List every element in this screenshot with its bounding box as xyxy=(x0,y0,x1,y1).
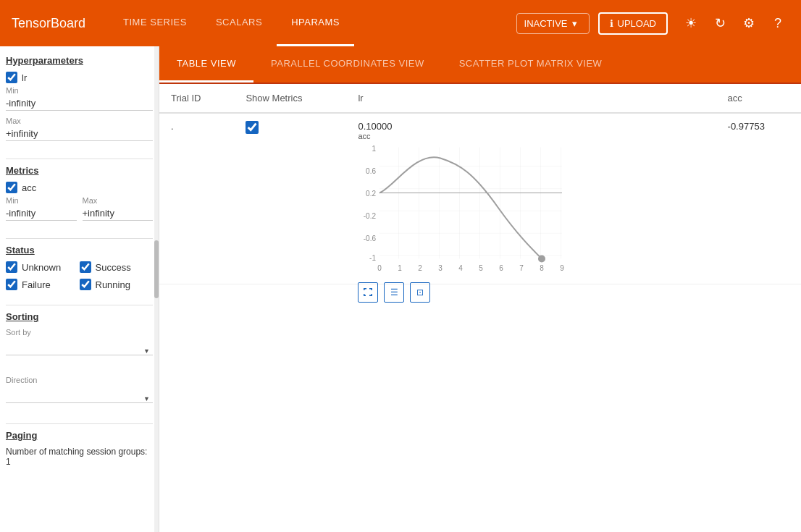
info-icon: ℹ xyxy=(610,18,613,29)
metrics-section: Metrics acc Min Max xyxy=(6,165,153,227)
nav-hparams[interactable]: HPARAMS xyxy=(277,0,354,46)
direction-label: Direction xyxy=(6,376,153,384)
status-unknown-checkbox[interactable] xyxy=(6,261,17,273)
brightness-icon[interactable]: ☀ xyxy=(679,12,703,35)
table-body: . 0.10000 acc xyxy=(159,113,801,284)
svg-text:2: 2 xyxy=(419,264,423,272)
sidebar-scrollbar[interactable] xyxy=(154,46,159,532)
status-running-row: Running xyxy=(80,279,154,290)
hyperparameters-section: Hyperparameters lr Min Max xyxy=(6,55,153,147)
status-success-row: Success xyxy=(80,261,154,273)
sort-by-label: Sort by xyxy=(6,328,153,337)
status-failure-label: Failure xyxy=(22,279,51,290)
tab-scatter-plot[interactable]: SCATTER PLOT MATRIX VIEW xyxy=(442,46,620,83)
tab-parallel-coordinates[interactable]: PARALLEL COORDINATES VIEW xyxy=(253,46,442,83)
svg-text:4: 4 xyxy=(459,264,464,272)
upload-label: UPLOAD xyxy=(618,18,656,29)
main-content: TABLE VIEW PARALLEL COORDINATES VIEW SCA… xyxy=(159,46,801,532)
svg-rect-0 xyxy=(379,148,562,259)
col-show-metrics: Show Metrics xyxy=(234,84,346,113)
chart-container: acc 1 xyxy=(358,132,597,276)
hp-lr-label: lr xyxy=(22,72,27,83)
paging-section: Paging Number of matching session groups… xyxy=(6,430,153,467)
direction-select-wrap xyxy=(6,386,153,412)
svg-text:1: 1 xyxy=(398,264,403,272)
app-header: TensorBoard TIME SERIES SCALARS HPARAMS … xyxy=(0,0,801,46)
metrics-min-input[interactable] xyxy=(6,206,77,221)
show-metrics-checkbox[interactable] xyxy=(246,121,259,134)
hp-min-label: Min xyxy=(6,86,153,95)
status-label: INACTIVE xyxy=(524,18,568,29)
hp-max-label: Max xyxy=(6,117,153,125)
table-row: . 0.10000 acc xyxy=(159,113,801,284)
table-header: Trial ID Show Metrics lr acc xyxy=(159,84,801,113)
svg-text:7: 7 xyxy=(520,264,524,272)
image-icon[interactable]: ⊡ xyxy=(410,282,430,303)
header-actions: INACTIVE ▾ ℹ UPLOAD ☀ ↻ ⚙ ? xyxy=(516,12,789,35)
settings-icon[interactable]: ⚙ xyxy=(737,12,760,35)
svg-text:0.2: 0.2 xyxy=(366,190,377,198)
metrics-title[interactable]: Metrics xyxy=(6,165,153,176)
status-success-label: Success xyxy=(96,262,131,273)
sort-by-select-wrap xyxy=(6,338,153,364)
list-icon[interactable]: ☰ xyxy=(384,282,404,303)
nav-scalars[interactable]: SCALARS xyxy=(201,0,277,46)
status-select[interactable]: INACTIVE ▾ xyxy=(516,13,590,34)
hp-lr-checkbox[interactable] xyxy=(6,72,17,83)
col-trial-id: Trial ID xyxy=(159,84,234,113)
svg-text:0.6: 0.6 xyxy=(366,167,377,175)
svg-text:1: 1 xyxy=(372,145,377,153)
metrics-max-input[interactable] xyxy=(83,206,154,221)
status-unknown-label: Unknown xyxy=(22,262,61,273)
svg-text:-1: -1 xyxy=(370,254,377,262)
svg-text:0: 0 xyxy=(378,264,382,272)
sorting-title[interactable]: Sorting xyxy=(6,311,153,322)
metrics-range: Min Max xyxy=(6,196,153,227)
metrics-acc-checkbox[interactable] xyxy=(6,182,17,193)
tab-bar: TABLE VIEW PARALLEL COORDINATES VIEW SCA… xyxy=(159,46,801,84)
status-success-checkbox[interactable] xyxy=(80,261,91,273)
sidebar: Hyperparameters lr Min Max Metrics acc M… xyxy=(0,46,159,532)
acc-value: -0.97753 xyxy=(728,121,765,132)
metrics-max-label: Max xyxy=(83,196,154,205)
upload-button[interactable]: ℹ UPLOAD xyxy=(598,12,668,35)
help-icon[interactable]: ? xyxy=(766,12,789,35)
expand-icon[interactable] xyxy=(358,282,378,303)
table-area: Trial ID Show Metrics lr acc . xyxy=(159,84,801,532)
refresh-icon[interactable]: ↻ xyxy=(708,12,731,35)
status-failure-checkbox[interactable] xyxy=(6,279,17,290)
hp-max-input[interactable] xyxy=(6,127,153,141)
show-metrics-cell xyxy=(234,113,346,284)
tab-table-view[interactable]: TABLE VIEW xyxy=(159,46,253,83)
direction-select[interactable] xyxy=(6,386,153,403)
status-failure-row: Failure xyxy=(6,279,80,290)
sidebar-scrollbar-thumb[interactable] xyxy=(154,240,159,298)
svg-text:9: 9 xyxy=(561,264,565,272)
app-brand: TensorBoard xyxy=(12,16,85,31)
nav-time-series[interactable]: TIME SERIES xyxy=(109,0,201,46)
hp-min-input[interactable] xyxy=(6,96,153,111)
chart-icons: ☰ ⊡ xyxy=(358,282,597,303)
chart-label: acc xyxy=(358,132,597,140)
svg-text:3: 3 xyxy=(439,264,443,272)
sorting-section: Sorting Sort by Direction xyxy=(6,311,153,412)
chart-svg: 1 0.6 0.2 -0.2 -0.6 -1 0 1 2 xyxy=(358,142,582,279)
status-running-checkbox[interactable] xyxy=(80,279,91,290)
trial-id-value: . xyxy=(171,121,174,132)
hyperparameters-title[interactable]: Hyperparameters xyxy=(6,55,153,66)
svg-text:8: 8 xyxy=(540,264,545,272)
col-acc: acc xyxy=(716,84,801,113)
hp-lr-row: lr xyxy=(6,72,153,83)
svg-point-18 xyxy=(538,256,545,263)
col-lr: lr xyxy=(346,84,716,113)
paging-title[interactable]: Paging xyxy=(6,430,153,441)
sort-by-select[interactable] xyxy=(6,338,153,355)
status-section: Status Unknown Success Failure Running xyxy=(6,245,153,293)
main-nav: TIME SERIES SCALARS HPARAMS xyxy=(109,0,516,46)
svg-text:6: 6 xyxy=(500,264,504,272)
status-title[interactable]: Status xyxy=(6,245,153,256)
chevron-down-icon: ▾ xyxy=(572,18,577,29)
trial-id-cell: . xyxy=(159,113,234,284)
acc-cell: -0.97753 xyxy=(716,113,801,284)
metrics-min-label: Min xyxy=(6,196,77,205)
